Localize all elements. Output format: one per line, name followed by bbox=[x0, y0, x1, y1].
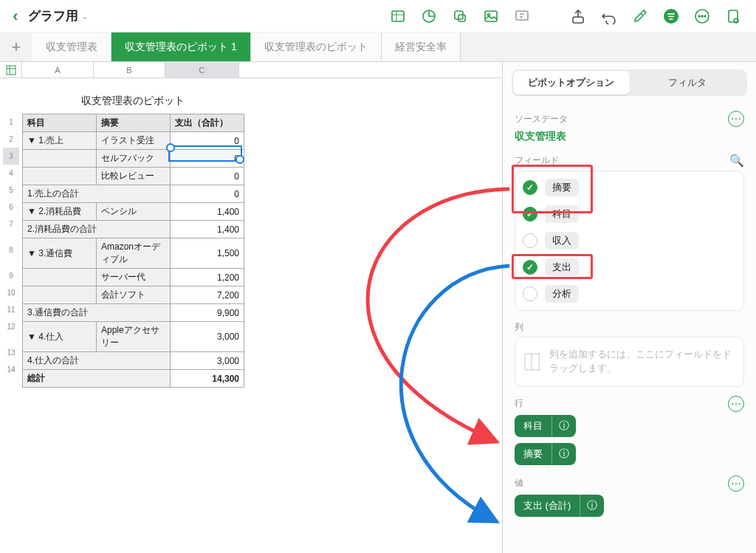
row-number[interactable]: 9 bbox=[3, 267, 19, 284]
pivot-cell[interactable]: 4.仕入の合計 bbox=[23, 352, 171, 370]
pivot-cell[interactable]: 1,400 bbox=[171, 221, 244, 238]
pivot-cell[interactable]: ▼ 1.売上 bbox=[23, 132, 97, 150]
field-row[interactable]: 分析 bbox=[515, 281, 743, 307]
field-checkbox[interactable] bbox=[523, 180, 537, 195]
pivot-cell[interactable]: 7,200 bbox=[171, 286, 244, 304]
document-icon[interactable] bbox=[718, 4, 749, 28]
pivot-cell[interactable]: 比較レビュー bbox=[97, 168, 171, 185]
field-chip[interactable]: 収入 bbox=[545, 232, 579, 250]
row-number[interactable]: 5 bbox=[3, 182, 19, 199]
pivot-cell[interactable]: 1.売上の合計 bbox=[23, 185, 171, 203]
seg-filter[interactable]: フィルタ bbox=[630, 71, 746, 95]
field-checkbox[interactable] bbox=[523, 207, 537, 221]
panel-segmented-control[interactable]: ピボットオプション フィルタ bbox=[512, 69, 747, 96]
field-checkbox[interactable] bbox=[523, 286, 537, 301]
pivot-cell[interactable]: 1,400 bbox=[171, 203, 244, 221]
row-number[interactable]: 1 bbox=[3, 114, 19, 131]
field-chip[interactable]: 科目 bbox=[545, 205, 579, 223]
row-number[interactable]: 4 bbox=[3, 165, 19, 182]
field-row[interactable]: 摘要 bbox=[515, 174, 743, 201]
rows-more-icon[interactable] bbox=[728, 396, 744, 412]
source-data-name[interactable]: 収支管理表 bbox=[515, 130, 744, 143]
source-more-icon[interactable] bbox=[728, 111, 744, 127]
field-row[interactable]: 科目 bbox=[515, 201, 743, 227]
sheet-tab[interactable]: 収支管理表のピボット 1 bbox=[111, 32, 251, 61]
pivot-header-kamoku[interactable]: 科目 bbox=[23, 114, 97, 132]
add-sheet-button[interactable]: + bbox=[0, 32, 32, 61]
row-number[interactable]: 6 bbox=[3, 199, 19, 216]
column-header-A[interactable]: A bbox=[22, 62, 94, 78]
pivot-cell[interactable]: 3,000 bbox=[171, 322, 244, 352]
pivot-header-value[interactable]: 支出（合計） bbox=[171, 114, 244, 132]
column-header-C[interactable]: C bbox=[165, 62, 239, 78]
pivot-cell[interactable]: Amazonオーディブル bbox=[97, 238, 171, 269]
row-number[interactable]: 11 bbox=[3, 301, 19, 318]
pivot-cell[interactable]: サーバー代 bbox=[97, 269, 171, 286]
image-icon[interactable] bbox=[475, 4, 506, 28]
pivot-cell[interactable]: 9,900 bbox=[171, 304, 244, 322]
table-icon[interactable] bbox=[382, 4, 413, 28]
pivot-cell[interactable]: 0 bbox=[171, 185, 244, 203]
columns-drop-zone[interactable]: 列を追加するには、ここにフィールドをドラッグします。 bbox=[515, 337, 744, 387]
sheet-tab[interactable]: 収支管理表のピボット bbox=[251, 32, 382, 61]
undo-icon[interactable] bbox=[594, 4, 625, 28]
row-number[interactable]: 8 bbox=[3, 241, 19, 267]
pivot-cell[interactable]: 14,300 bbox=[171, 370, 244, 388]
values-more-icon[interactable] bbox=[728, 475, 744, 492]
pivot-cell[interactable]: 1,200 bbox=[171, 269, 244, 286]
column-header-B[interactable]: B bbox=[94, 62, 165, 78]
pivot-cell[interactable]: ▼ 4.仕入 bbox=[23, 322, 97, 352]
row-number[interactable]: 7 bbox=[3, 216, 19, 241]
format-brush-icon[interactable] bbox=[625, 4, 656, 28]
pivot-cell[interactable]: Appleアクセサリー bbox=[97, 322, 171, 352]
field-pill[interactable]: 科目 bbox=[515, 415, 576, 437]
pivot-cell[interactable]: ▼ 2.消耗品費 bbox=[23, 203, 97, 221]
row-number[interactable]: 10 bbox=[3, 284, 19, 301]
chart-icon[interactable] bbox=[413, 4, 444, 28]
pivot-cell[interactable]: ペンシル bbox=[97, 203, 171, 221]
row-number[interactable]: 13 bbox=[3, 344, 19, 361]
sheet-tab[interactable]: 経営安全率 bbox=[382, 32, 461, 61]
pivot-cell[interactable]: 0 bbox=[171, 168, 244, 185]
field-checkbox[interactable] bbox=[523, 260, 537, 275]
field-row[interactable]: 収入 bbox=[515, 227, 743, 254]
pivot-cell[interactable]: セルフバック bbox=[97, 150, 171, 168]
shape-icon[interactable] bbox=[444, 4, 475, 28]
search-icon[interactable]: 🔍 bbox=[729, 154, 744, 168]
field-pill[interactable]: 支出 (合計) bbox=[515, 495, 604, 517]
field-chip[interactable]: 分析 bbox=[545, 285, 579, 303]
share-icon[interactable] bbox=[563, 4, 594, 28]
pivot-cell[interactable]: 総計 bbox=[23, 370, 171, 388]
pivot-cell[interactable]: ▼ 3.通信費 bbox=[23, 238, 97, 269]
pivot-cell[interactable]: 3.通信費の合計 bbox=[23, 304, 171, 322]
field-checkbox[interactable] bbox=[523, 233, 537, 248]
field-row[interactable]: 支出 bbox=[515, 254, 743, 281]
pivot-header-tekiyo[interactable]: 摘要 bbox=[97, 114, 171, 132]
row-number[interactable]: 14 bbox=[3, 361, 19, 378]
pivot-cell[interactable] bbox=[23, 286, 97, 304]
table-corner-icon[interactable] bbox=[0, 62, 22, 78]
spreadsheet-area[interactable]: A B C 1234567891011121314 収支管理表のピボット 科目 … bbox=[0, 62, 502, 553]
row-number[interactable]: 12 bbox=[3, 318, 19, 344]
chevron-down-icon[interactable]: ⌄ bbox=[81, 11, 89, 21]
info-icon[interactable] bbox=[551, 415, 576, 437]
pivot-cell[interactable]: 会計ソフト bbox=[97, 286, 171, 304]
row-number[interactable]: 3 bbox=[3, 148, 19, 165]
pivot-cell[interactable]: イラスト受注 bbox=[97, 132, 171, 150]
comment-icon[interactable] bbox=[506, 4, 537, 28]
pivot-cell[interactable] bbox=[23, 168, 97, 185]
field-chip[interactable]: 支出 bbox=[545, 258, 579, 276]
field-chip[interactable]: 摘要 bbox=[545, 179, 579, 196]
back-button[interactable]: ‹ bbox=[7, 7, 24, 26]
pivot-cell[interactable]: 3,000 bbox=[171, 352, 244, 370]
pivot-cell[interactable] bbox=[23, 150, 97, 168]
more-icon[interactable] bbox=[687, 4, 718, 28]
document-title[interactable]: グラフ用 bbox=[28, 7, 78, 24]
sheet-tab[interactable]: 収支管理表 bbox=[32, 32, 111, 61]
pivot-cell[interactable] bbox=[23, 269, 97, 286]
pivot-cell[interactable]: 2.消耗品費の合計 bbox=[23, 221, 171, 238]
pivot-cell[interactable]: 1,500 bbox=[171, 238, 244, 269]
info-icon[interactable] bbox=[551, 443, 576, 465]
row-number[interactable]: 2 bbox=[3, 131, 19, 148]
seg-pivot-options[interactable]: ピボットオプション bbox=[513, 71, 630, 95]
